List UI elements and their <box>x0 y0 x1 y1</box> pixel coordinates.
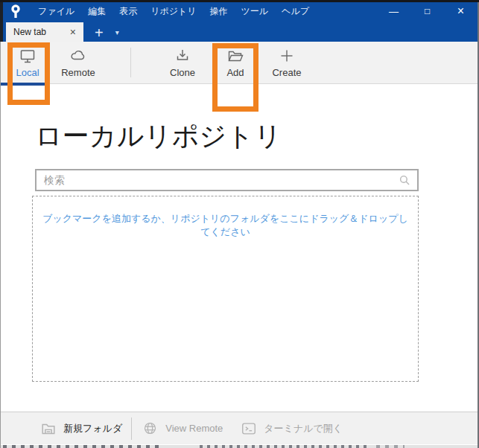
menu-file[interactable]: ファイル <box>31 0 81 22</box>
new-tab-button[interactable]: + <box>95 24 104 42</box>
folder-icon <box>40 420 57 437</box>
search-input[interactable] <box>37 174 398 186</box>
search-box <box>35 169 419 191</box>
background-artifact-band <box>3 445 161 448</box>
menu-edit[interactable]: 編集 <box>81 0 112 22</box>
toolbar-separator <box>130 48 131 77</box>
window-edge-left-dark <box>0 0 3 42</box>
repository-drop-zone[interactable]: ブックマークを追加するか、リポジトリのフォルダをここにドラッグ＆ドロップしてくだ… <box>32 196 419 382</box>
status-bar: 新規フォルダ View Remote ターミ <box>0 412 479 444</box>
sourcetree-logo-icon <box>9 3 24 19</box>
menu-actions[interactable]: 操作 <box>203 0 235 22</box>
sourcetree-window: ファイル 編集 表示 リポジトリ 操作 ツール ヘルプ — □ × New ta… <box>0 0 479 448</box>
download-icon <box>174 47 191 65</box>
open-terminal-label: ターミナルで開く <box>264 422 343 435</box>
terminal-icon <box>241 420 257 437</box>
create-label: Create <box>272 67 301 78</box>
window-edge-left <box>0 42 1 448</box>
annotation-box-local <box>7 42 50 105</box>
drop-hint-text: ブックマークを追加するか、リポジトリのフォルダをここにドラッグ＆ドロップしてくだ… <box>40 212 410 239</box>
menu-view[interactable]: 表示 <box>112 0 144 22</box>
tab-new-tab[interactable]: New tab × <box>6 22 83 42</box>
annotation-box-add <box>212 43 258 112</box>
clone-button[interactable]: Clone <box>159 47 206 78</box>
menu-repository[interactable]: リポジトリ <box>144 0 203 22</box>
window-controls: — □ × <box>377 0 478 22</box>
background-artifact-band <box>200 445 369 448</box>
cloud-icon <box>69 47 87 65</box>
view-remote-label: View Remote <box>165 423 223 434</box>
minimize-button[interactable]: — <box>377 0 410 22</box>
maximize-button[interactable]: □ <box>410 0 444 22</box>
menu-tools[interactable]: ツール <box>235 0 276 22</box>
tab-close-icon[interactable]: × <box>70 27 76 37</box>
close-button[interactable]: × <box>444 0 478 22</box>
new-folder-button[interactable]: 新規フォルダ <box>40 420 122 437</box>
tab-list-dropdown-icon[interactable]: ▾ <box>115 24 119 42</box>
titlebar: ファイル 編集 表示 リポジトリ 操作 ツール ヘルプ — □ × <box>0 0 479 22</box>
background-artifact-band <box>376 445 405 448</box>
plus-icon <box>278 47 296 65</box>
remote-view-button[interactable]: Remote <box>54 47 103 78</box>
globe-icon <box>142 420 159 437</box>
new-folder-label: 新規フォルダ <box>63 422 122 435</box>
create-button[interactable]: Create <box>263 47 311 78</box>
remote-label: Remote <box>61 67 95 78</box>
tab-label: New tab <box>13 27 46 37</box>
tab-bar: New tab × + ▾ <box>0 22 479 42</box>
window-edge-top <box>0 0 479 2</box>
clone-label: Clone <box>170 67 195 78</box>
statusbar-separator <box>131 417 132 440</box>
background-window-artifact <box>0 445 479 448</box>
menubar: ファイル 編集 表示 リポジトリ 操作 ツール ヘルプ <box>31 0 316 22</box>
view-remote-button[interactable]: View Remote <box>142 420 223 437</box>
page-title: ローカルリポジトリ <box>35 119 282 153</box>
search-icon <box>398 173 412 188</box>
menu-help[interactable]: ヘルプ <box>275 0 316 22</box>
open-terminal-button[interactable]: ターミナルで開く <box>241 420 343 437</box>
